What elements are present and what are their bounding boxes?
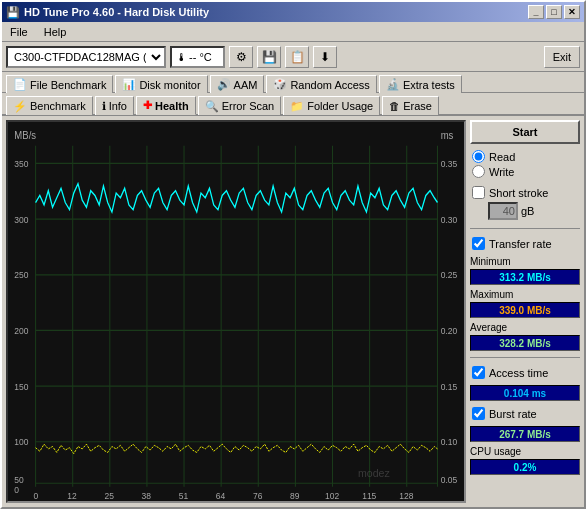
tab-random-access[interactable]: 🎲 Random Access <box>266 75 376 93</box>
svg-text:89: 89 <box>290 490 299 501</box>
read-radio[interactable] <box>472 150 485 163</box>
svg-text:128: 128 <box>399 490 413 501</box>
temp-value: -- °C <box>189 51 212 63</box>
access-time-checkbox[interactable] <box>472 366 485 379</box>
tab-disk-monitor[interactable]: 📊 Disk monitor <box>115 75 207 93</box>
transfer-rate-label[interactable]: Transfer rate <box>472 237 578 250</box>
stat-minimum: Minimum 313.2 MB/s <box>470 256 580 285</box>
svg-text:0: 0 <box>14 484 19 495</box>
access-time-value: 0.104 ms <box>470 385 580 401</box>
stat-burst-rate: 267.7 MB/s <box>470 426 580 442</box>
folder-usage-icon: 📁 <box>290 100 304 113</box>
write-radio[interactable] <box>472 165 485 178</box>
burst-rate-group: Burst rate <box>470 405 580 422</box>
svg-text:115: 115 <box>362 490 376 501</box>
stroke-input-row: gB <box>472 202 578 220</box>
burst-rate-checkbox[interactable] <box>472 407 485 420</box>
health-icon: ✚ <box>143 99 152 112</box>
menu-file[interactable]: File <box>6 25 32 39</box>
burst-rate-text: Burst rate <box>489 408 537 420</box>
minimum-label: Minimum <box>470 256 580 267</box>
checkbox-group: Short stroke gB <box>470 184 580 222</box>
tab-error-scan[interactable]: 🔍 Error Scan <box>198 96 282 115</box>
title-bar-title: 💾 HD Tune Pro 4.60 - Hard Disk Utility <box>6 6 209 19</box>
temp-display: 🌡 -- °C <box>170 46 225 68</box>
minimum-value: 313.2 MB/s <box>470 269 580 285</box>
divider-2 <box>470 357 580 358</box>
cpu-usage-value: 0.2% <box>470 459 580 475</box>
error-scan-icon: 🔍 <box>205 100 219 113</box>
right-panel: Start Read Write Short stroke <box>470 120 580 503</box>
toolbar-btn-3[interactable]: 📋 <box>285 46 309 68</box>
tab-aam[interactable]: 🔊 AAM <box>210 75 265 93</box>
cpu-usage-label: CPU usage <box>470 446 580 457</box>
thermometer-icon: 🌡 <box>176 51 187 63</box>
menu-help[interactable]: Help <box>40 25 71 39</box>
access-time-label[interactable]: Access time <box>472 366 578 379</box>
svg-text:0.15: 0.15 <box>441 381 458 392</box>
short-stroke-label[interactable]: Short stroke <box>472 186 578 199</box>
read-radio-label[interactable]: Read <box>472 150 578 163</box>
average-value: 328.2 MB/s <box>470 335 580 351</box>
random-access-icon: 🎲 <box>273 78 287 91</box>
info-icon: ℹ <box>102 100 106 113</box>
svg-text:51: 51 <box>179 490 188 501</box>
title-bar: 💾 HD Tune Pro 4.60 - Hard Disk Utility _… <box>2 2 584 22</box>
menu-bar: File Help <box>2 22 584 42</box>
svg-text:0: 0 <box>33 490 38 501</box>
write-radio-label[interactable]: Write <box>472 165 578 178</box>
stat-cpu-usage: CPU usage 0.2% <box>470 446 580 475</box>
drive-select[interactable]: C300-CTFDDAC128MAG (128 gB) <box>6 46 166 68</box>
svg-text:0.25: 0.25 <box>441 270 458 281</box>
tab-benchmark[interactable]: ⚡ Benchmark <box>6 96 93 115</box>
svg-text:76: 76 <box>253 490 262 501</box>
burst-rate-label[interactable]: Burst rate <box>472 407 578 420</box>
stroke-input[interactable] <box>488 202 518 220</box>
maximum-value: 339.0 MB/s <box>470 302 580 318</box>
tab-health[interactable]: ✚ Health <box>136 96 196 115</box>
tab-info[interactable]: ℹ Info <box>95 96 134 115</box>
erase-icon: 🗑 <box>389 100 400 112</box>
tab-extra-tests[interactable]: 🔬 Extra tests <box>379 75 462 93</box>
minimize-button[interactable]: _ <box>528 5 544 19</box>
svg-text:modez: modez <box>358 467 390 480</box>
window-title: HD Tune Pro 4.60 - Hard Disk Utility <box>24 6 209 18</box>
title-bar-controls: _ □ ✕ <box>528 5 580 19</box>
svg-text:0.35: 0.35 <box>441 159 458 170</box>
short-stroke-checkbox[interactable] <box>472 186 485 199</box>
toolbar-btn-1[interactable]: ⚙ <box>229 46 253 68</box>
exit-button[interactable]: Exit <box>544 46 580 68</box>
tab-file-benchmark[interactable]: 📄 File Benchmark <box>6 75 113 93</box>
svg-text:102: 102 <box>325 490 339 501</box>
stat-maximum: Maximum 339.0 MB/s <box>470 289 580 318</box>
transfer-rate-checkbox[interactable] <box>472 237 485 250</box>
toolbar-btn-4[interactable]: ⬇ <box>313 46 337 68</box>
svg-text:25: 25 <box>105 490 114 501</box>
svg-text:12: 12 <box>67 490 76 501</box>
svg-rect-0 <box>8 122 464 501</box>
svg-text:250: 250 <box>14 270 28 281</box>
maximize-button[interactable]: □ <box>546 5 562 19</box>
access-time-text: Access time <box>489 367 548 379</box>
transfer-rate-group: Transfer rate <box>470 235 580 252</box>
app-icon: 💾 <box>6 6 20 19</box>
main-content: MB/s 350 300 250 200 150 100 50 0 ms 0.3… <box>2 116 584 507</box>
svg-text:0.05: 0.05 <box>441 475 458 486</box>
toolbar-btn-2[interactable]: 💾 <box>257 46 281 68</box>
start-button[interactable]: Start <box>470 120 580 144</box>
chart-area: MB/s 350 300 250 200 150 100 50 0 ms 0.3… <box>6 120 466 503</box>
svg-text:MB/s: MB/s <box>14 129 36 141</box>
tabs-row2: ⚡ Benchmark ℹ Info ✚ Health 🔍 Error Scan… <box>2 93 584 116</box>
tab-folder-usage[interactable]: 📁 Folder Usage <box>283 96 380 115</box>
chart-svg: MB/s 350 300 250 200 150 100 50 0 ms 0.3… <box>8 122 464 501</box>
divider-1 <box>470 228 580 229</box>
write-label: Write <box>489 166 514 178</box>
transfer-rate-text: Transfer rate <box>489 238 552 250</box>
close-button[interactable]: ✕ <box>564 5 580 19</box>
svg-text:100: 100 <box>14 437 28 448</box>
tab-erase[interactable]: 🗑 Erase <box>382 96 439 115</box>
svg-text:ms: ms <box>441 129 454 141</box>
toolbar: C300-CTFDDAC128MAG (128 gB) 🌡 -- °C ⚙ 💾 … <box>2 42 584 72</box>
svg-text:150: 150 <box>14 381 28 392</box>
extra-tests-icon: 🔬 <box>386 78 400 91</box>
